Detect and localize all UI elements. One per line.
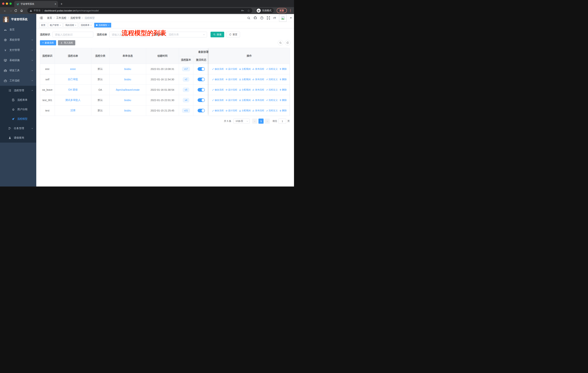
window-controls[interactable] [0,0,14,7]
avatar[interactable] [279,14,286,22]
tab-close-icon[interactable]: × [90,24,92,26]
version-badge[interactable]: v2 [183,77,189,81]
action-assign-link[interactable]: 分配规则 [239,88,251,91]
action-design-link[interactable]: 设计流程 [225,109,237,112]
model-name-link[interactable]: 测试多审批人 [65,99,81,101]
next-page-button[interactable]: › [265,119,270,124]
tab-tenant[interactable]: 租户管理× [48,23,63,28]
search-icon[interactable] [247,16,251,20]
tab-my-process[interactable]: 我的流程× [63,23,78,28]
action-definition-link[interactable]: 流程定义 [266,99,278,102]
sidebar-collapse-icon[interactable] [38,16,44,20]
sidebar-item-process-model[interactable]: 流程模型 [0,114,36,124]
home-button[interactable] [20,9,25,12]
active-switch[interactable] [198,67,205,71]
action-delete-link[interactable]: 删除 [279,109,287,112]
sidebar-item-leave-query[interactable]: 请假查询 [0,133,36,143]
tab-close-icon[interactable]: × [108,24,109,26]
sidebar-item-process-mgmt[interactable]: 流程管理 [0,86,36,95]
action-design-link[interactable]: 设计流程 [225,78,237,81]
tab-close-icon[interactable]: × [60,24,61,26]
action-assign-link[interactable]: 分配规则 [239,99,251,102]
search-button[interactable]: 搜索 [210,32,224,37]
page-1-button[interactable]: 1 [258,119,263,124]
action-edit-link[interactable]: 修改流程 [212,99,224,102]
action-delete-link[interactable]: 删除 [279,99,287,102]
version-badge[interactable]: v21 [182,108,190,113]
maximize-window-button[interactable] [10,2,12,5]
action-publish-link[interactable]: 发布流程 [252,78,264,81]
security-warning-icon[interactable] [30,9,32,12]
action-edit-link[interactable]: 修改流程 [212,109,224,112]
minimize-window-button[interactable] [6,2,8,5]
version-badge[interactable]: v5 [183,88,189,92]
action-publish-link[interactable]: 发布流程 [252,109,264,112]
key-icon[interactable] [241,9,244,12]
tab-process-form[interactable]: 流程表单× [79,23,93,28]
import-process-button[interactable]: 导入流程 [58,40,75,45]
action-assign-link[interactable]: 分配规则 [239,68,251,71]
browser-menu-icon[interactable] [289,9,292,12]
security-warning-label[interactable]: 不安全 [33,9,41,12]
active-switch[interactable] [198,88,205,92]
tab-close-icon[interactable]: × [55,2,56,5]
reset-button[interactable]: 重置 [226,32,240,37]
new-tab-button[interactable]: + [61,1,63,7]
model-name-link[interactable]: 滔博 [70,109,75,112]
form-link[interactable]: biubiu [124,78,131,81]
form-link[interactable]: biubiu [124,68,131,71]
help-icon[interactable]: ? [260,16,263,20]
tab-process-model[interactable]: 流程模型× [94,23,111,28]
breadcrumb-item[interactable]: 首页 [47,16,52,20]
toggle-search-button[interactable] [278,40,283,46]
refresh-button[interactable] [285,40,290,46]
sidebar-item-devtools[interactable]: 研发工具 [0,65,36,76]
action-edit-link[interactable]: 修改流程 [212,88,224,91]
category-select[interactable]: 流程分类 [166,32,207,37]
action-design-link[interactable]: 设计流程 [225,88,237,91]
sidebar-item-workflow[interactable]: 工作流程 [0,76,36,86]
action-assign-link[interactable]: 分配规则 [239,78,251,81]
action-publish-link[interactable]: 发布流程 [252,88,264,91]
sidebar-item-home[interactable]: 首页 [0,25,36,35]
version-badge[interactable]: v17 [182,67,190,71]
action-publish-link[interactable]: 发布流程 [252,99,264,102]
action-publish-link[interactable]: 发布流程 [252,68,264,71]
action-delete-link[interactable]: 删除 [279,78,287,81]
action-edit-link[interactable]: 修改流程 [212,78,224,81]
github-icon[interactable] [253,16,257,20]
model-name-link[interactable]: eeee [70,68,76,71]
action-design-link[interactable]: 设计流程 [225,99,237,102]
action-edit-link[interactable]: 修改流程 [212,68,224,71]
action-definition-link[interactable]: 流程定义 [266,109,278,112]
action-delete-link[interactable]: 删除 [279,68,287,71]
process-id-input[interactable] [52,32,93,37]
goto-page-input[interactable] [279,119,286,124]
active-switch[interactable] [198,78,205,81]
breadcrumb-item[interactable]: 流程管理 [70,16,81,20]
sidebar-item-task-mgmt[interactable]: 任务管理 [0,124,36,133]
action-definition-link[interactable]: 流程定义 [266,88,278,91]
page-size-select[interactable]: 10条/页 [233,119,250,124]
active-switch[interactable] [198,98,205,102]
browser-tab[interactable]: 芋道管理系统 × [14,1,58,7]
sidebar-item-system[interactable]: 系统管理 [0,35,36,45]
forward-button[interactable]: → [8,9,13,12]
back-button[interactable]: ← [2,9,7,12]
sidebar-item-infra[interactable]: 基础设施 [0,55,36,65]
action-design-link[interactable]: 设计流程 [225,68,237,71]
sidebar-item-user-group[interactable]: 用户分组 [0,105,36,114]
form-link[interactable]: biubiu [124,99,131,102]
breadcrumb-item[interactable]: 工作流程 [56,16,66,20]
action-definition-link[interactable]: 流程定义 [266,68,278,71]
active-switch[interactable] [198,109,205,112]
model-name-link[interactable]: 自己审批 [68,78,78,81]
font-size-icon[interactable]: TT [273,16,276,20]
sidebar-item-payment[interactable]: ¥ 支付管理 [0,45,36,55]
form-link[interactable]: biubiu [124,109,131,112]
close-window-button[interactable] [2,2,4,5]
url-text[interactable]: dashboard.yudao.iocoder.cn/bpm/manager/m… [44,9,99,12]
fullscreen-icon[interactable] [267,16,270,20]
action-delete-link[interactable]: 删除 [279,88,287,91]
tab-close-icon[interactable]: × [75,24,76,26]
